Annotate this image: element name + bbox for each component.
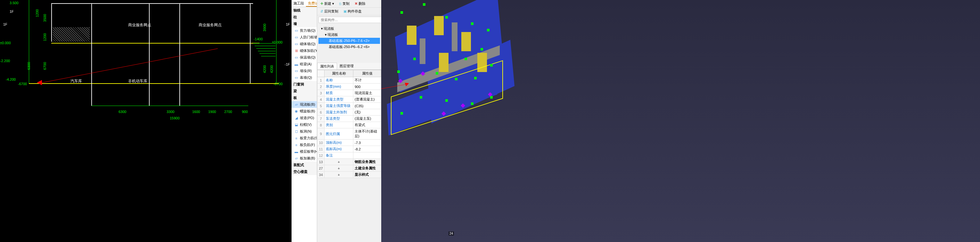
cat-axis[interactable]: 轴线 [291, 7, 317, 14]
prop-value[interactable]: 现浇混凝土 [353, 90, 381, 96]
item-slab-haunch[interactable]: ▱板加腋(B) [291, 155, 317, 162]
prop-value[interactable]: -8.2 [353, 146, 381, 152]
property-row[interactable]: 10顶标高(m)-7.3 [318, 139, 381, 146]
cad-viewport-2d[interactable]: 3.500 1F 1F ±0.000 -2.200 -4.200 1200 35… [0, 0, 291, 242]
handle-green[interactable] [471, 22, 474, 25]
column-3d-4[interactable] [439, 53, 449, 72]
expand-icon[interactable]: + [325, 159, 353, 165]
prop-value[interactable]: (无) [353, 109, 381, 115]
property-group-row[interactable]: 13+钢筋业务属性 [318, 159, 381, 165]
interlayer-copy-button[interactable]: ⇵层间复制 [319, 8, 340, 14]
item-defense-wall[interactable]: ▭人防门框墙(R) [291, 34, 317, 41]
tree-leaf-2[interactable]: 基础底板-250-P6--6.2 <6> [318, 44, 380, 50]
handle-green[interactable] [436, 72, 438, 74]
item-insulation-wall[interactable]: ▭保温墙(Q) [291, 54, 317, 61]
cat-hollow[interactable]: 空心楼盖 [291, 168, 317, 175]
property-row[interactable]: 8类别有梁式 [318, 122, 381, 128]
handle-green[interactable] [487, 29, 490, 32]
cat-assembly[interactable]: 装配式 [291, 162, 317, 168]
handle-green[interactable] [445, 99, 448, 102]
dim-4200a: 4200 [263, 65, 267, 73]
prop-value[interactable]: 不计 [353, 77, 381, 84]
property-row[interactable]: 5混凝土强度等级(C35) [318, 103, 381, 109]
handle-green[interactable] [480, 48, 483, 51]
handle-green[interactable] [401, 112, 403, 115]
wall-3d-3[interactable] [420, 38, 425, 64]
handle-green[interactable] [401, 11, 403, 14]
column-3d-3[interactable] [461, 32, 471, 51]
prop-value[interactable]: (C35) [353, 103, 381, 109]
item-slab-rebar[interactable]: ≡板受力筋(S) [291, 135, 317, 141]
handle-green[interactable] [413, 58, 416, 60]
item-spiral-slab[interactable]: ◉螺旋板(B) [291, 108, 317, 115]
prop-idx: 34 [318, 172, 325, 178]
copy-button[interactable]: ⎘复制 [338, 1, 351, 7]
prop-value[interactable]: 主体不计(基础层) [353, 128, 381, 139]
handle-green[interactable] [465, 58, 467, 60]
rebar-icon: ⊞ [294, 49, 299, 53]
property-row[interactable]: 9图元归属主体不计(基础层) [318, 128, 381, 139]
item-curtain-wall[interactable]: ▭幕墙(Q) [291, 74, 317, 81]
handle-green[interactable] [490, 64, 493, 66]
column-3d-2[interactable] [434, 16, 444, 35]
tree-root[interactable]: ▾现浇板 [318, 25, 380, 32]
handle-green[interactable] [455, 78, 458, 80]
item-shear-wall[interactable]: ▭剪力墙(Q) [291, 27, 317, 34]
handle-green[interactable] [445, 16, 448, 19]
property-row[interactable]: 3材质现浇混凝土 [318, 90, 381, 96]
cat-column[interactable]: 柱 [291, 14, 317, 21]
tab-properties[interactable]: 属性列表 [317, 63, 337, 70]
item-slab-hole[interactable]: ◻板洞(N) [291, 128, 317, 135]
item-masonry-wall[interactable]: ▭砌体墙(Q) [291, 41, 317, 47]
tab-layers[interactable]: 图层管理 [337, 63, 356, 70]
tree-leaf-1[interactable]: 基础底板-250-P6--7.6 <2> [318, 38, 380, 44]
handle-green[interactable] [423, 3, 425, 6]
property-row[interactable]: 11底标高(m)-8.2 [318, 146, 381, 152]
expand-icon[interactable]: + [325, 165, 353, 172]
tree-child[interactable]: ▾现浇板 [318, 32, 380, 38]
property-row[interactable]: 6混凝土外加剂(无) [318, 109, 381, 115]
prop-value[interactable]: (普通混凝土) [353, 96, 381, 103]
item-ramp[interactable]: ◢坡道(PD) [291, 115, 317, 121]
tab-free-trial[interactable]: 免费试用 [306, 0, 317, 7]
search-input[interactable] [318, 17, 382, 23]
handle-green[interactable] [397, 70, 400, 73]
cat-slab[interactable]: 板 [291, 95, 317, 101]
line-yellow-bot [29, 83, 279, 84]
property-row[interactable]: 4混凝土类型(普通混凝土) [318, 96, 381, 103]
property-row[interactable]: 2厚度(mm)900 [318, 84, 381, 90]
property-group-row[interactable]: 27+土建业务属性 [318, 165, 381, 172]
handle-green[interactable] [474, 77, 477, 79]
btn-label: 层间复制 [324, 9, 338, 14]
handle-green[interactable] [420, 96, 422, 99]
item-wall-stack[interactable]: ▭墙垛(R) [291, 68, 317, 74]
archive-button[interactable]: ▣构件存盘 [342, 8, 363, 14]
cat-beam[interactable]: 梁 [291, 88, 317, 95]
cat-door[interactable]: 门窗洞 [291, 81, 317, 88]
item-cap[interactable]: ⬓柱帽(V) [291, 121, 317, 128]
item-floor-strip[interactable]: ▬楼层板带(H) [291, 148, 317, 155]
item-slab-neg[interactable]: ≡板负筋(F) [291, 141, 317, 148]
prop-value[interactable] [353, 152, 381, 159]
item-cast-slab[interactable]: ▱现浇板(B) [291, 101, 317, 108]
tab-construction[interactable]: 施工段 [291, 0, 306, 7]
wall-3d-2[interactable] [452, 22, 458, 51]
expand-icon[interactable]: + [325, 172, 353, 178]
prop-value[interactable]: 900 [353, 84, 381, 90]
property-row[interactable]: 1名称不计 [318, 77, 381, 84]
viewport-3d[interactable]: 24 [381, 0, 980, 242]
item-masonry-rebar[interactable]: ⊞砌体加筋(Y) [291, 47, 317, 54]
property-row[interactable]: 12备注 [318, 152, 381, 159]
item-hidden-beam[interactable]: ▬暗梁(A) [291, 61, 317, 68]
delete-button[interactable]: ✖删除 [353, 1, 367, 7]
property-row[interactable]: 7泵送类型(混凝土泵) [318, 115, 381, 122]
prop-value[interactable]: -7.3 [353, 139, 381, 146]
handle-green[interactable] [490, 96, 493, 99]
handle-green[interactable] [471, 103, 474, 105]
cat-wall[interactable]: 墙 [291, 21, 317, 27]
new-button[interactable]: ✚新建▾ [319, 1, 336, 7]
property-group-row[interactable]: 34+显示样式 [318, 172, 381, 178]
prop-value[interactable]: (混凝土泵) [353, 115, 381, 122]
column-3d-1[interactable] [407, 25, 417, 45]
prop-value[interactable]: 有梁式 [353, 122, 381, 128]
